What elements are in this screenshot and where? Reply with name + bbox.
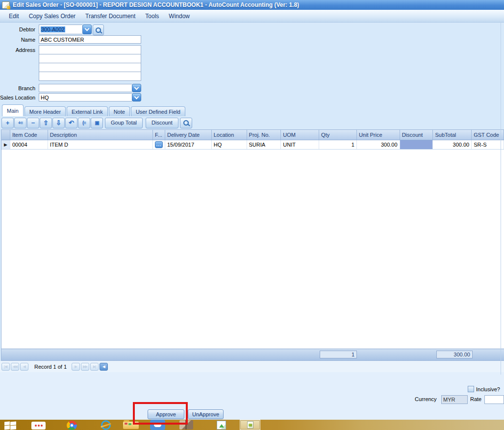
header-uom[interactable]: UOM bbox=[281, 130, 319, 140]
header-item-code[interactable]: Item Code bbox=[10, 130, 48, 140]
edit-record-button[interactable]: ◀ bbox=[100, 363, 108, 371]
grid-summary-band: 1 300.00 bbox=[1, 349, 504, 360]
chrome-icon[interactable] bbox=[67, 421, 77, 430]
add-row-icon: + bbox=[6, 120, 10, 126]
tab-more-header[interactable]: More Header bbox=[25, 106, 66, 116]
tab-main[interactable]: Main bbox=[2, 104, 24, 116]
cell-subtotal[interactable]: 300.00 bbox=[433, 140, 472, 149]
menu-transfer-document[interactable]: Transfer Document bbox=[80, 11, 140, 21]
menu-window[interactable]: Window bbox=[164, 11, 195, 21]
sales-location-dropdown-button[interactable] bbox=[132, 93, 141, 101]
debtor-value[interactable]: 300-A002 bbox=[39, 25, 82, 34]
header-delivery-date[interactable]: Delivery Date bbox=[165, 130, 212, 140]
cell-uom[interactable]: UNIT bbox=[281, 140, 319, 149]
branch-label: Branch bbox=[0, 85, 39, 91]
next-record-button[interactable]: ▶ bbox=[72, 363, 80, 371]
move-down-button[interactable]: ⇩ bbox=[52, 118, 65, 128]
header-location[interactable]: Location bbox=[212, 130, 247, 140]
qty-total-box: 1 bbox=[320, 351, 357, 358]
address-line3-field[interactable] bbox=[39, 63, 141, 72]
sales-location-value[interactable]: HQ bbox=[39, 93, 132, 101]
menu-edit[interactable]: Edit bbox=[4, 11, 24, 21]
cell-delivery-date[interactable]: 15/09/2017 bbox=[165, 140, 212, 149]
action-bar: Approve UnApprove bbox=[0, 405, 504, 420]
inclusive-checkbox[interactable] bbox=[468, 386, 474, 392]
search-item-button[interactable] bbox=[180, 118, 192, 128]
header-qty[interactable]: Qty bbox=[319, 130, 357, 140]
insert-row-button[interactable]: +≡ bbox=[14, 118, 26, 128]
document-edit-icon bbox=[2, 1, 10, 9]
debtor-dropdown-button[interactable] bbox=[82, 25, 92, 34]
header-f[interactable]: F... bbox=[153, 130, 165, 140]
first-record-button[interactable]: |◀ bbox=[1, 363, 10, 371]
rate-field[interactable] bbox=[484, 395, 504, 404]
currency-field[interactable]: MYR bbox=[441, 395, 468, 404]
delete-row-icon: − bbox=[31, 120, 35, 126]
debtor-search-button[interactable] bbox=[93, 25, 104, 35]
name-label: Name bbox=[0, 37, 39, 43]
header-proj-no[interactable]: Proj. No. bbox=[247, 130, 281, 140]
debtor-combo[interactable]: 300-A002 bbox=[39, 25, 92, 34]
tab-external-link[interactable]: External Link bbox=[67, 106, 108, 116]
range-rows-button[interactable]: (≡ bbox=[78, 118, 90, 128]
next-page-button[interactable]: ▶▶ bbox=[81, 363, 89, 371]
apps-grid-icon[interactable] bbox=[31, 422, 46, 430]
chevron-down-icon bbox=[85, 26, 90, 31]
branch-dropdown-button[interactable] bbox=[132, 84, 141, 92]
branch-combo[interactable] bbox=[39, 84, 141, 92]
address-label: Address bbox=[0, 47, 39, 53]
branch-value[interactable] bbox=[39, 84, 132, 92]
magnifier-icon bbox=[183, 120, 189, 126]
record-navigator: |◀ ◀◀ ◀ Record 1 of 1 ▶ ▶▶ ▶| ◀ bbox=[0, 361, 504, 373]
move-up-button[interactable]: ⇧ bbox=[40, 118, 52, 128]
delete-row-button[interactable]: − bbox=[27, 118, 39, 128]
cell-unit-price[interactable]: 300.00 bbox=[357, 140, 400, 149]
menu-tools[interactable]: Tools bbox=[140, 11, 164, 21]
cell-discount-selected[interactable] bbox=[400, 140, 433, 149]
ellipsis-button[interactable]: ... bbox=[155, 141, 163, 148]
row-detail-button[interactable]: ▣ bbox=[91, 118, 103, 128]
chevron-down-icon bbox=[134, 85, 139, 90]
header-gst-code[interactable]: GST Code bbox=[472, 130, 504, 140]
header-subtotal[interactable]: SubTotal bbox=[433, 130, 472, 140]
undo-button[interactable]: ↶ bbox=[65, 118, 77, 128]
window-title: Edit Sales Order - [SO-000001] - REPORT … bbox=[13, 1, 299, 8]
header-discount[interactable]: Discount bbox=[400, 130, 433, 140]
group-total-button[interactable]: Goup Total bbox=[105, 118, 143, 128]
cell-gst-code[interactable]: SR-S bbox=[472, 140, 504, 149]
insert-row-icon: +≡ bbox=[18, 121, 23, 126]
last-record-button[interactable]: ▶| bbox=[90, 363, 99, 371]
cell-proj-no[interactable]: SURIA bbox=[247, 140, 281, 149]
chevron-down-icon bbox=[134, 94, 139, 99]
undo-icon: ↶ bbox=[69, 120, 74, 126]
prev-page-button[interactable]: ◀◀ bbox=[11, 363, 19, 371]
address-line4-field[interactable] bbox=[39, 72, 141, 81]
windows-start-icon[interactable] bbox=[4, 422, 17, 430]
add-row-button[interactable]: + bbox=[1, 118, 14, 128]
internet-explorer-icon[interactable] bbox=[101, 420, 111, 430]
sales-location-label: Sales Location bbox=[0, 95, 39, 101]
discount-button[interactable]: Discount bbox=[146, 118, 178, 128]
document-app-icon[interactable] bbox=[217, 421, 226, 430]
cell-description[interactable]: ITEM D bbox=[48, 140, 153, 149]
prev-record-button[interactable]: ◀ bbox=[20, 363, 28, 371]
name-field[interactable] bbox=[39, 35, 141, 44]
item-grid: Item Code Description F... Delivery Date… bbox=[1, 129, 504, 361]
address-line2-field[interactable] bbox=[39, 54, 141, 63]
cell-qty[interactable]: 1 bbox=[319, 140, 357, 149]
tab-note[interactable]: Note bbox=[109, 106, 130, 116]
grid-data-row: ▶ 00004 ITEM D ... 15/09/2017 HQ SURIA U… bbox=[1, 140, 504, 150]
inclusive-label: Inclusive? bbox=[476, 386, 500, 392]
cell-item-code[interactable]: 00004 bbox=[10, 140, 48, 149]
header-unit-price[interactable]: Unit Price bbox=[357, 130, 400, 140]
autocount-active-app-icon[interactable] bbox=[240, 420, 260, 430]
header-description[interactable]: Description bbox=[48, 130, 153, 140]
sales-location-combo[interactable]: HQ bbox=[39, 93, 141, 101]
subtotal-total-box: 300.00 bbox=[436, 351, 473, 358]
tab-user-defined-field[interactable]: User Defined Field bbox=[131, 106, 185, 116]
unapprove-button[interactable]: UnApprove bbox=[188, 409, 224, 419]
address-line1-field[interactable] bbox=[39, 45, 141, 54]
cell-location[interactable]: HQ bbox=[212, 140, 247, 149]
currency-label: Currency bbox=[415, 396, 437, 402]
menu-copy-sales-order[interactable]: Copy Sales Order bbox=[24, 11, 80, 21]
